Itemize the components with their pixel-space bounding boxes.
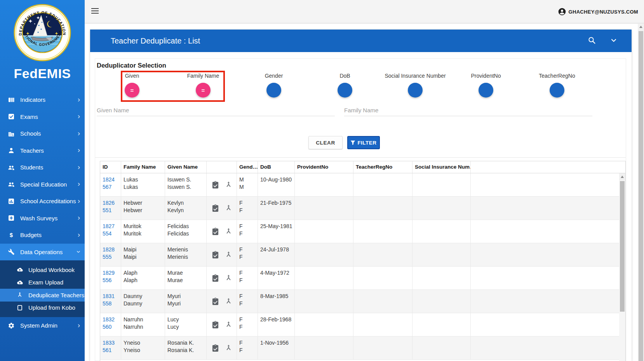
id-link[interactable]: 1824 — [103, 176, 119, 183]
resolve-duplicate-button[interactable] — [212, 251, 219, 259]
id-link[interactable]: 1827 — [103, 223, 119, 230]
dedup-toggle-given-circle[interactable]: = — [125, 83, 139, 98]
column-header-social-insurance-num[interactable]: Social Insurance Num… — [413, 161, 471, 173]
sidebar-item-wash-surveys[interactable]: Wash Surveys› — [0, 210, 85, 227]
sidebar-item-budgets[interactable]: $Budgets› — [0, 227, 85, 244]
cell-social-insurance — [413, 290, 471, 313]
sidebar-item-special-education[interactable]: Special Education› — [0, 176, 85, 193]
sidebar-item-teachers[interactable]: Teachers› — [0, 142, 85, 159]
column-header-teacherregno[interactable]: TeacherRegNo — [353, 161, 413, 173]
sidebar-item-school-accreditations[interactable]: School Accreditations› — [0, 193, 85, 210]
merge-button[interactable] — [225, 251, 233, 259]
sidebar-item-students[interactable]: Students› — [0, 159, 85, 176]
sidebar-item-label: Data Operations — [20, 249, 78, 255]
sidebar-item-exams[interactable]: Exams› — [0, 108, 85, 126]
id-link[interactable]: 554 — [103, 230, 119, 237]
cell-provident-no — [295, 197, 353, 220]
merge-button[interactable] — [225, 181, 233, 189]
sidebar-item-label: Students — [20, 164, 78, 171]
id-link[interactable]: 1833 — [103, 339, 119, 347]
column-header-id[interactable]: ID — [100, 161, 121, 173]
column-header-providentno[interactable]: ProvidentNo — [295, 161, 353, 173]
sidebar-submenu-data-operations: Upload WorkbookExam UploadDeduplicate Te… — [0, 260, 85, 317]
sidebar-item-data-operations[interactable]: Data Operations› — [0, 244, 85, 261]
teacher-dedup-table: IDFamily NameGiven NameGend…DoBProvident… — [100, 161, 626, 361]
sidebar-item-system-admin[interactable]: System Admin› — [0, 317, 85, 334]
column-header-family-name[interactable]: Family Name — [121, 161, 165, 173]
resolve-duplicate-button[interactable] — [212, 181, 219, 189]
column-header-col9[interactable] — [471, 161, 619, 173]
dedup-toggle-family-name-circle[interactable]: = — [196, 83, 211, 98]
cell-teacher-reg-no — [353, 337, 413, 359]
column-header-given-name[interactable]: Given Name — [165, 161, 207, 173]
table-row: 1826551HebwerHebwerKevlynKevlynFF21-Feb-… — [100, 197, 619, 220]
id-link[interactable]: 560 — [103, 323, 119, 331]
id-link[interactable]: 1829 — [103, 269, 119, 277]
search-icon[interactable] — [588, 37, 597, 45]
merge-button[interactable] — [225, 274, 233, 282]
chevron-down-icon[interactable] — [610, 37, 618, 45]
sidebar-item-upload-workbook[interactable]: Upload Workbook — [0, 263, 85, 276]
page-scrollbar-thumb[interactable] — [639, 31, 643, 361]
id-link[interactable]: 561 — [103, 347, 119, 354]
card-header: Teacher Deduplicate : List — [90, 30, 632, 52]
merge-button[interactable] — [225, 321, 233, 329]
sidebar-item-deduplicate-teachers[interactable]: Deduplicate Teachers — [0, 289, 85, 302]
account-menu[interactable]: GHACHEY@NUZUSYS.COM — [558, 0, 638, 23]
sidebar-item-upload-from-kobo[interactable]: Upload from Kobo — [0, 302, 85, 314]
cell-blank — [471, 220, 619, 243]
table-scrollbar-thumb[interactable] — [620, 181, 625, 312]
table-scrollbar-up-arrow[interactable] — [619, 173, 625, 180]
resolve-duplicate-button[interactable] — [212, 321, 219, 329]
cell-teacher-reg-no — [353, 173, 413, 196]
resolve-duplicate-button[interactable] — [212, 274, 219, 282]
merge-button[interactable] — [225, 204, 233, 212]
cell-social-insurance — [413, 173, 471, 196]
dedup-toggle-providentno-circle[interactable] — [479, 83, 493, 98]
table-scrollbar[interactable] — [619, 173, 625, 361]
table-row: 1824567LukasLukasIsuwen S.Isuwen S.MM10-… — [100, 173, 619, 197]
button-row: CLEAR FILTER — [95, 136, 627, 149]
dedup-toggle-teacherregno-circle[interactable] — [550, 83, 564, 98]
dedup-toggle-social-insurance-number-circle[interactable] — [408, 83, 423, 98]
sidebar-item-schools[interactable]: Schools› — [0, 125, 85, 142]
resolve-duplicate-button[interactable] — [212, 228, 219, 235]
family-name-input[interactable] — [344, 105, 592, 116]
id-link[interactable]: 551 — [103, 207, 119, 214]
id-link[interactable]: 555 — [103, 253, 119, 261]
page-scrollbar-up-arrow[interactable] — [638, 23, 644, 30]
filter-button[interactable]: FILTER — [347, 136, 380, 149]
merge-button[interactable] — [225, 228, 233, 235]
resolve-duplicate-button[interactable] — [212, 298, 219, 305]
sidebar-item-exam-upload[interactable]: Exam Upload — [0, 276, 85, 289]
column-header-dob[interactable]: DoB — [258, 161, 295, 173]
id-link[interactable]: 567 — [103, 183, 119, 191]
hamburger-menu-icon[interactable] — [91, 8, 99, 14]
id-link[interactable]: 1826 — [103, 199, 119, 207]
department-of-education-seal: DEPARTMENT OF EDUCATION NATIONAL GOVERNM… — [14, 4, 71, 61]
column-header-col3[interactable] — [207, 161, 237, 173]
id-link[interactable]: 1828 — [103, 246, 119, 253]
merge-button[interactable] — [225, 344, 233, 352]
dedup-toggle-label: Social Insurance Number — [381, 73, 449, 79]
clear-button[interactable]: CLEAR — [308, 136, 343, 149]
resolve-duplicate-button[interactable] — [212, 344, 219, 352]
dedup-toggle-dob-circle[interactable] — [338, 83, 352, 98]
cell-blank — [471, 313, 619, 336]
dedup-toggle-gender-circle[interactable] — [266, 83, 281, 98]
given-name-input[interactable] — [97, 105, 335, 116]
resolve-duplicate-button[interactable] — [212, 204, 219, 212]
column-header-gend[interactable]: Gend… — [237, 161, 258, 173]
id-link[interactable]: 1831 — [103, 293, 119, 300]
cell-id: 1832560 — [100, 313, 121, 336]
id-link[interactable]: 556 — [103, 277, 119, 284]
sidebar-item-label: Upload Workbook — [28, 267, 80, 273]
id-link[interactable]: 558 — [103, 300, 119, 307]
sidebar-item-indicators[interactable]: Indicators› — [0, 91, 85, 108]
merge-button[interactable] — [225, 298, 233, 305]
dedup-toggle-providentno: ProvidentNo — [452, 73, 520, 99]
id-link[interactable]: 1832 — [103, 316, 119, 323]
page-scrollbar[interactable] — [638, 23, 644, 361]
sidebar: DEPARTMENT OF EDUCATION NATIONAL GOVERNM… — [0, 0, 85, 361]
cell-actions — [207, 220, 237, 243]
